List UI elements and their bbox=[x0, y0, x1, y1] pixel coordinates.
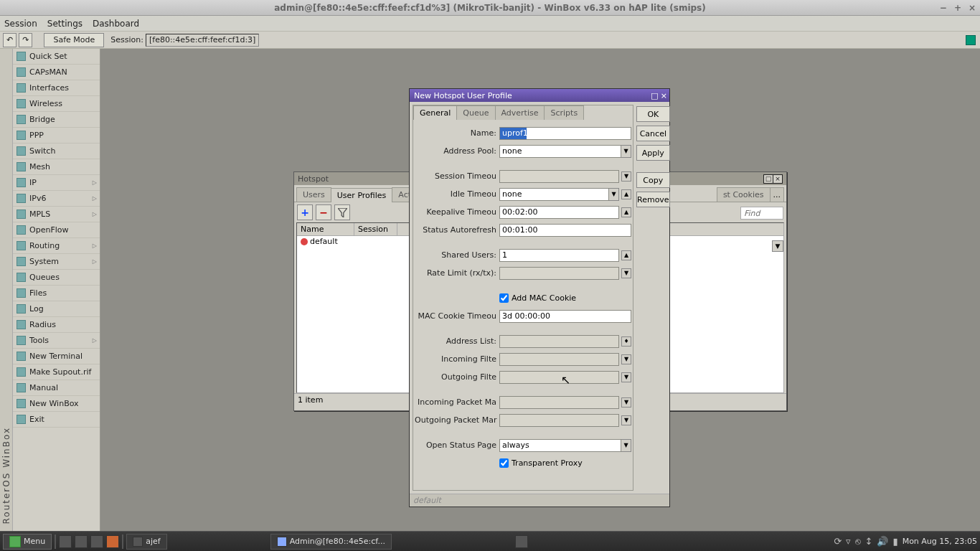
tab-scripts[interactable]: Scripts bbox=[544, 105, 584, 120]
remove-button[interactable]: Remove bbox=[636, 192, 670, 207]
taskbar-item-ajef[interactable]: ajef bbox=[126, 534, 166, 550]
sidebar-item-wireless[interactable]: Wireless bbox=[13, 96, 100, 112]
undo-button[interactable]: ↶ bbox=[3, 33, 17, 47]
incoming-filter-input[interactable] bbox=[499, 353, 619, 366]
expand-icon[interactable]: ▼ bbox=[621, 397, 631, 408]
chevron-down-icon[interactable]: ♦ bbox=[621, 336, 631, 347]
window-restore-icon[interactable]: □ bbox=[763, 174, 773, 184]
copy-button[interactable]: Copy bbox=[636, 172, 670, 188]
dialog-close-icon[interactable]: × bbox=[661, 91, 667, 100]
sidebar-item-routing[interactable]: Routing▷ bbox=[13, 238, 100, 254]
add-button[interactable]: + bbox=[297, 204, 313, 220]
address-pool-select[interactable] bbox=[499, 145, 621, 158]
maximize-icon[interactable]: + bbox=[954, 3, 961, 13]
taskbar-item-winbox[interactable]: Admin@[fe80::4e5e:cf... bbox=[270, 534, 392, 550]
scroll-down-icon[interactable]: ▼ bbox=[772, 240, 783, 252]
collapse-icon[interactable]: ▲ bbox=[621, 250, 631, 260]
filter-button[interactable] bbox=[334, 204, 350, 220]
record-icon[interactable] bbox=[515, 535, 528, 548]
open-status-page-select[interactable] bbox=[499, 439, 621, 452]
sidebar-item-bridge[interactable]: Bridge bbox=[13, 112, 100, 128]
expand-icon[interactable]: ▼ bbox=[621, 415, 631, 425]
chevron-down-icon[interactable]: ▼ bbox=[621, 439, 631, 452]
new-profile-dialog[interactable]: New Hotspot User Profile □ × General Que… bbox=[409, 88, 670, 507]
tab-general[interactable]: General bbox=[413, 105, 457, 120]
wifi-icon[interactable]: ▿ bbox=[846, 536, 851, 547]
sidebar-item-mpls[interactable]: MPLS▷ bbox=[13, 207, 100, 222]
sidebar-item-ipv6[interactable]: IPv6▷ bbox=[13, 191, 100, 207]
tab-advertise[interactable]: Advertise bbox=[495, 105, 545, 120]
menu-settings[interactable]: Settings bbox=[47, 19, 83, 29]
sidebar-item-exit[interactable]: Exit bbox=[13, 412, 100, 428]
collapse-icon[interactable]: ▲ bbox=[621, 207, 631, 217]
ok-button[interactable]: OK bbox=[636, 106, 670, 122]
sidebar-item-quick-set[interactable]: Quick Set bbox=[13, 49, 100, 65]
tab-queue[interactable]: Queue bbox=[456, 105, 495, 120]
terminal-icon[interactable] bbox=[75, 535, 88, 548]
keepalive-input[interactable] bbox=[499, 206, 619, 219]
bluetooth-icon[interactable]: ⎋ bbox=[855, 536, 861, 547]
tab-users[interactable]: Users bbox=[296, 187, 331, 202]
mac-cookie-timeout-input[interactable] bbox=[499, 310, 631, 323]
firefox-icon[interactable] bbox=[106, 535, 119, 548]
shared-users-input[interactable] bbox=[499, 249, 619, 262]
address-list-input[interactable] bbox=[499, 335, 619, 348]
incoming-packet-mark-input[interactable] bbox=[499, 396, 619, 409]
tabs-overflow-button[interactable]: ... bbox=[770, 187, 785, 202]
sidebar-item-new-terminal[interactable]: New Terminal bbox=[13, 349, 100, 364]
sidebar-item-mesh[interactable]: Mesh bbox=[13, 159, 100, 175]
window-close-icon[interactable]: × bbox=[773, 174, 783, 184]
close-icon[interactable]: × bbox=[969, 3, 976, 13]
show-desktop-icon[interactable] bbox=[59, 535, 72, 548]
collapse-icon[interactable]: ▲ bbox=[621, 189, 631, 199]
sidebar-item-capsman[interactable]: CAPsMAN bbox=[13, 65, 100, 80]
sidebar-item-radius[interactable]: Radius bbox=[13, 317, 100, 333]
safe-mode-button[interactable]: Safe Mode bbox=[44, 33, 104, 47]
sidebar-item-manual[interactable]: Manual bbox=[13, 380, 100, 396]
tab-user-profiles[interactable]: User Profiles bbox=[331, 188, 393, 202]
menu-session[interactable]: Session bbox=[4, 19, 37, 29]
minimize-icon[interactable]: − bbox=[940, 3, 947, 13]
sidebar-item-queues[interactable]: Queues bbox=[13, 270, 100, 286]
add-mac-cookie-checkbox[interactable] bbox=[499, 293, 509, 303]
remove-button[interactable]: − bbox=[316, 204, 331, 220]
network-icon[interactable]: ↕ bbox=[865, 536, 873, 547]
sidebar-item-tools[interactable]: Tools▷ bbox=[13, 333, 100, 349]
sidebar-item-files[interactable]: Files bbox=[13, 286, 100, 301]
outgoing-packet-mark-input[interactable] bbox=[499, 414, 619, 427]
autorefresh-input[interactable] bbox=[499, 224, 631, 237]
name-input[interactable] bbox=[499, 127, 631, 140]
outgoing-filter-input[interactable] bbox=[499, 371, 619, 384]
dialog-restore-icon[interactable]: □ bbox=[651, 91, 658, 100]
sidebar-item-switch[interactable]: Switch bbox=[13, 143, 100, 159]
column-name[interactable]: Name bbox=[297, 223, 354, 235]
expand-icon[interactable]: ▼ bbox=[621, 268, 631, 278]
menu-dashboard[interactable]: Dashboard bbox=[93, 19, 139, 29]
session-timeout-input[interactable] bbox=[499, 170, 619, 183]
apply-button[interactable]: Apply bbox=[636, 145, 670, 161]
start-menu-button[interactable]: Menu bbox=[3, 534, 52, 550]
tab-cookies[interactable]: st Cookies bbox=[717, 187, 771, 202]
sidebar-item-openflow[interactable]: OpenFlow bbox=[13, 222, 100, 238]
cancel-button[interactable]: Cancel bbox=[636, 126, 670, 141]
clock[interactable]: Mon Aug 15, 23:05 bbox=[903, 537, 977, 546]
transparent-proxy-checkbox[interactable] bbox=[499, 458, 509, 468]
chevron-down-icon[interactable]: ▼ bbox=[609, 188, 619, 201]
chevron-down-icon[interactable]: ▼ bbox=[621, 145, 631, 158]
sidebar-item-ppp[interactable]: PPP bbox=[13, 128, 100, 143]
sidebar-item-ip[interactable]: IP▷ bbox=[13, 175, 100, 191]
sidebar-item-make-supout.rif[interactable]: Make Supout.rif bbox=[13, 364, 100, 380]
idle-timeout-input[interactable] bbox=[499, 188, 609, 201]
sidebar-item-log[interactable]: Log bbox=[13, 301, 100, 317]
find-input[interactable] bbox=[740, 207, 783, 220]
sidebar-item-system[interactable]: System▷ bbox=[13, 254, 100, 270]
files-icon[interactable] bbox=[90, 535, 103, 548]
sidebar-item-new-winbox[interactable]: New WinBox bbox=[13, 396, 100, 412]
rate-limit-input[interactable] bbox=[499, 267, 619, 280]
redo-button[interactable]: ↷ bbox=[19, 33, 32, 47]
sidebar-item-interfaces[interactable]: Interfaces bbox=[13, 80, 100, 96]
column-session[interactable]: Session bbox=[354, 223, 397, 235]
expand-icon[interactable]: ▼ bbox=[621, 372, 631, 382]
expand-icon[interactable]: ▼ bbox=[621, 354, 631, 364]
updates-icon[interactable]: ⟳ bbox=[834, 536, 842, 547]
